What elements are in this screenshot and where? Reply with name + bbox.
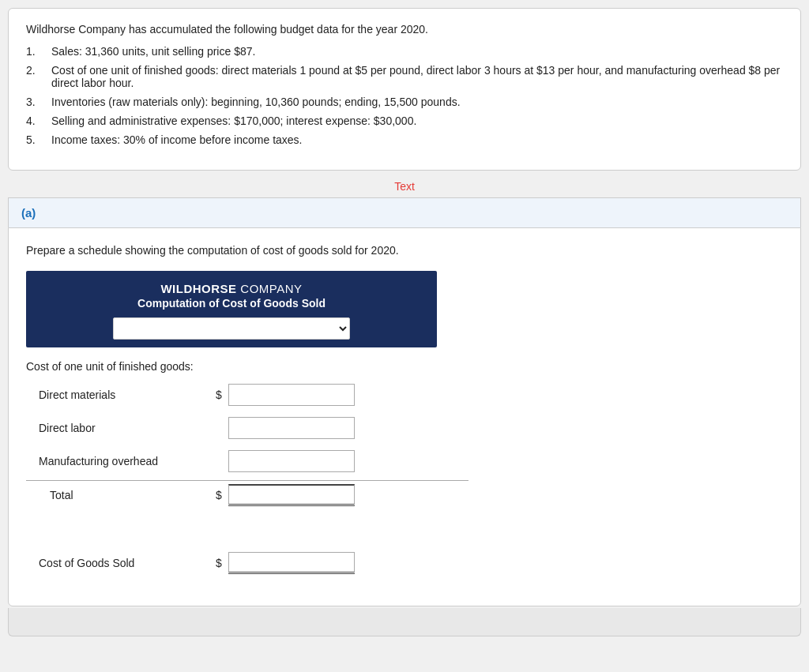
direct-materials-input[interactable]	[228, 384, 355, 406]
form-area: Cost of one unit of finished goods: Dire…	[26, 347, 468, 577]
list-item-num: 5.	[26, 133, 51, 146]
list-item-text: Income taxes: 30% of income before incom…	[51, 133, 783, 146]
instruction-text: Prepare a schedule showing the computati…	[26, 244, 783, 257]
main-section: Prepare a schedule showing the computati…	[8, 227, 801, 606]
list-item-num: 3.	[26, 96, 51, 108]
manufacturing-overhead-row: Manufacturing overhead $	[26, 447, 468, 475]
company-name: WILDHORSE COMPANY	[36, 282, 427, 295]
company-name-normal: COMPANY	[237, 282, 303, 295]
intro-text: Wildhorse Company has accumulated the fo…	[26, 23, 783, 36]
manufacturing-overhead-label: Manufacturing overhead	[26, 455, 216, 467]
list-item: 1.Sales: 31,360 units, unit selling pric…	[26, 45, 783, 58]
list-item-num: 1.	[26, 45, 51, 58]
direct-labor-label: Direct labor	[26, 422, 216, 434]
list-item: 3.Inventories (raw materials only): begi…	[26, 96, 783, 108]
direct-labor-row: Direct labor $	[26, 414, 468, 442]
intro-section: Wildhorse Company has accumulated the fo…	[8, 8, 801, 171]
list-item-text: Selling and administrative expenses: $17…	[51, 115, 783, 127]
direct-materials-label: Direct materials	[26, 389, 216, 401]
direct-materials-row: Direct materials $	[26, 381, 468, 409]
list-item: 4.Selling and administrative expenses: $…	[26, 115, 783, 127]
direct-labor-input[interactable]	[228, 417, 355, 439]
text-label: Text	[8, 175, 801, 197]
list-item: 2.Cost of one unit of finished goods: di…	[26, 64, 783, 89]
part-a-header: (a)	[8, 197, 801, 227]
company-name-bold: WILDHORSE	[160, 282, 236, 295]
total-input[interactable]	[228, 484, 355, 506]
list-item-text: Inventories (raw materials only): beginn…	[51, 96, 783, 108]
company-subtitle: Computation of Cost of Goods Sold	[36, 297, 427, 310]
manufacturing-overhead-input[interactable]	[228, 450, 355, 472]
bottom-bar	[8, 608, 801, 636]
list-item-text: Cost of one unit of finished goods: dire…	[51, 64, 783, 89]
company-header: WILDHORSE COMPANY Computation of Cost of…	[26, 271, 437, 347]
list-item-num: 4.	[26, 115, 51, 127]
direct-materials-dollar: $	[216, 389, 225, 401]
cogs-row: Cost of Goods Sold $	[26, 549, 468, 577]
total-row: Total $	[26, 480, 468, 509]
total-label: Total	[26, 489, 216, 501]
total-dollar: $	[216, 489, 225, 501]
section-label: Cost of one unit of finished goods:	[26, 360, 468, 373]
list-item-num: 2.	[26, 64, 51, 89]
list-item: 5.Income taxes: 30% of income before inc…	[26, 133, 783, 146]
cogs-label: Cost of Goods Sold	[26, 557, 216, 569]
list-item-text: Sales: 31,360 units, unit selling price …	[51, 45, 783, 58]
cogs-dollar: $	[216, 557, 225, 569]
period-dropdown[interactable]: For the Year Ended December 31, 2020 For…	[113, 317, 350, 340]
part-a-label: (a)	[21, 206, 36, 220]
cogs-input[interactable]	[228, 552, 355, 574]
